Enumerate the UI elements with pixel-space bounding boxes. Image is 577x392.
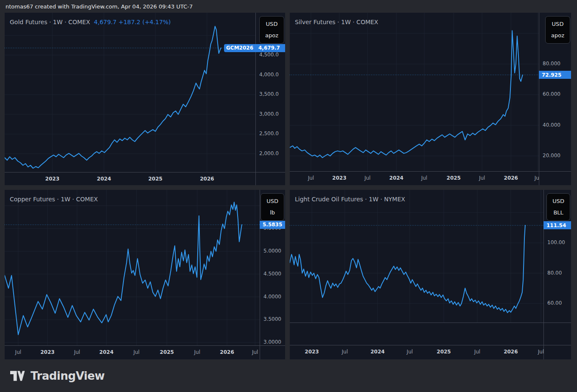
x-axis-label: Jul [535,175,539,181]
x-axis-label: 2025 [447,175,461,181]
crude-oil-time-axis[interactable]: 2023Jul2024Jul2025Jul2026Jul [290,345,571,359]
x-axis-label: 2023 [305,349,319,355]
symbol-title: Copper Futures · 1W · COMEX [10,196,98,203]
x-axis-label: 2025 [148,176,162,182]
silver-time-axis[interactable]: Jul2023Jul2024Jul2025Jul2026Jul [290,171,571,185]
y-axis-label: 40.000 [543,122,560,128]
x-axis-label: Jul [342,349,348,355]
attribution-text: ntomas67 created with TradingView.com, A… [6,3,193,10]
attribution-bar: ntomas67 created with TradingView.com, A… [0,0,577,13]
x-axis-label: Jul [194,349,200,355]
x-axis-label: Jul [308,175,314,181]
crude-oil-price-scale[interactable]: USD BLL 111.54 60.0080.00100.00 [543,190,571,359]
footer: TradingView [0,359,577,392]
unit-currency: USD [266,21,278,28]
x-axis-label: 2026 [504,175,518,181]
y-axis-label: 80.000 [543,61,560,67]
copper-price-scale[interactable]: USD lb 5.5835 3.00003.50004.00004.50005.… [260,190,285,359]
x-axis-label: 2026 [200,176,214,182]
last-price-badge: 4,679.7 [255,44,285,52]
tradingview-logo: TradingView [10,370,105,382]
x-axis-label: Jul [364,175,370,181]
x-axis-label: 2023 [332,175,346,181]
y-axis-label: 5.0000 [263,248,281,254]
x-axis-label: Jul [74,349,80,355]
y-axis-label: 80.00 [547,270,562,276]
unit-currency: USD [266,198,278,205]
x-axis-label: 2023 [45,176,59,182]
gold-price-series [5,13,255,172]
y-axis-label: 4,500.0 [259,52,279,58]
gold-price-scale[interactable]: USD apoz 4,679.7 2,000.02,500.03,000.03,… [255,13,285,185]
x-axis-label: Jul [479,175,485,181]
x-axis-label: Jul [421,175,427,181]
copper-price-series [5,190,260,345]
y-axis-label: 3,000.0 [259,111,279,117]
x-axis-label: 2025 [160,349,174,355]
tradingview-logo-icon [10,370,25,382]
unit-per: BLL [553,209,563,216]
chart-legend: Light Crude Oil Futures · 1W · NYMEX [295,196,405,203]
y-axis-label: 2,500.0 [259,131,279,136]
y-axis-label: 100.00 [547,239,565,245]
snapshot-page: ntomas67 created with TradingView.com, A… [0,0,577,392]
unit-per: apoz [265,32,278,39]
y-axis-label: 2,000.0 [259,150,279,156]
chart-legend: Silver Futures · 1W · COMEX [295,19,378,25]
symbol-title: Gold Futures · 1W · COMEX [10,19,90,25]
x-axis-label: Jul [474,349,480,355]
crude-oil-plot-area[interactable]: Light Crude Oil Futures · 1W · NYMEX [290,190,543,322]
x-axis-label: 2023 [40,349,54,355]
unit-currency: USD [552,21,564,28]
crude-oil-chart-panel: Light Crude Oil Futures · 1W · NYMEX USD… [290,190,571,359]
silver-price-scale[interactable]: USD apoz 72.925 20.00040.00060.00080.000 [539,13,571,185]
chart-legend: Copper Futures · 1W · COMEX [10,196,98,203]
x-axis-label: Jul [15,349,21,355]
tradingview-logo-text: TradingView [31,370,105,382]
unit-box: USD BLL [546,193,570,221]
empty-indicator-pane[interactable] [290,322,571,345]
x-axis-label: 2026 [504,349,518,355]
symbol-quote: 4,679.7 +187.2 (+4.17%) [94,19,171,25]
x-axis-label: Jul [133,349,139,355]
unit-box: USD apoz [545,16,570,44]
copper-chart-panel: Copper Futures · 1W · COMEX USD lb 5.583… [5,190,285,359]
last-price-badge: 111.54 [543,221,571,229]
copper-time-axis[interactable]: Jul2023Jul2024Jul2025Jul2026Jul [5,345,285,359]
last-price-symbol-badge: GCM2026 [224,44,255,52]
chart-legend: Gold Futures · 1W · COMEX4,679.7 +187.2 … [10,19,171,25]
x-axis-label: Jul [407,349,413,355]
last-price-badge: 5.5835 [260,221,285,229]
gold-time-axis[interactable]: 2023202420252026 [5,172,285,185]
y-axis-label: 3.5000 [263,316,281,322]
unit-box: USD apoz [259,16,284,44]
x-axis-label: 2024 [370,349,384,355]
unit-per: apoz [551,32,564,39]
x-axis-label: 2025 [437,349,451,355]
gold-plot-area[interactable]: Gold Futures · 1W · COMEX4,679.7 +187.2 … [5,13,255,172]
gold-chart-panel: Gold Futures · 1W · COMEX4,679.7 +187.2 … [5,13,285,185]
x-axis-label: 2026 [220,349,234,355]
y-axis-label: 3.0000 [263,339,281,345]
silver-plot-area[interactable]: Silver Futures · 1W · COMEX [290,13,539,171]
unit-box: USD lb [260,193,284,221]
x-axis-label: 2024 [99,349,113,355]
copper-plot-area[interactable]: Copper Futures · 1W · COMEX [5,190,260,345]
y-axis-label: 60.000 [543,91,560,97]
symbol-title: Light Crude Oil Futures · 1W · NYMEX [295,196,405,203]
x-axis-label: 2024 [97,176,111,182]
y-axis-label: 3,500.0 [259,91,279,97]
symbol-title: Silver Futures · 1W · COMEX [295,19,378,25]
last-price-badge: 72.925 [539,71,571,79]
unit-currency: USD [552,198,564,205]
x-axis-label: Jul [538,349,544,355]
y-axis-label: 4.5000 [263,271,281,277]
y-axis-label: 4,000.0 [259,72,279,78]
x-axis-label: 2024 [389,175,403,181]
y-axis-label: 4.0000 [263,294,281,300]
crude-oil-price-series [290,190,543,322]
x-axis-label: Jul [252,349,258,355]
unit-per: lb [270,209,275,216]
y-axis-label: 20.000 [543,153,560,158]
silver-price-series [290,13,539,171]
